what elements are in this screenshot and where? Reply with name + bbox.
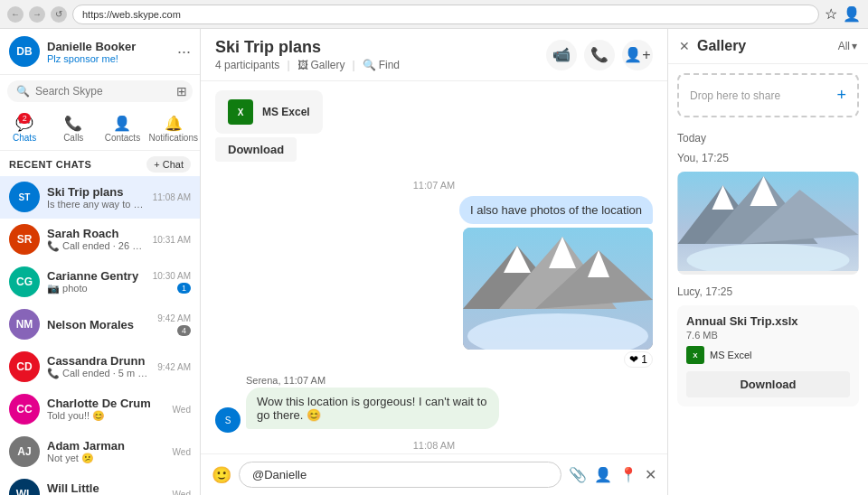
tab-contacts[interactable]: 👤 Contacts — [98, 111, 146, 146]
chat-item-charlotte[interactable]: CC Charlotte De Crum Told you!! 😊 Wed — [0, 388, 200, 431]
refresh-button[interactable]: ↺ — [51, 6, 67, 23]
new-chat-button[interactable]: + Chat — [146, 156, 191, 173]
chat-header-actions: 📹 📞 👤+ — [546, 40, 653, 70]
gallery-file-card: Annual Ski Trip.xslx 7.6 MB X MS Excel D… — [677, 305, 859, 406]
gallery-all-link[interactable]: All ▾ — [838, 40, 857, 52]
unread-badge: 1 — [177, 283, 191, 294]
tab-calls-label: Calls — [63, 133, 83, 143]
tab-chats[interactable]: 💬 Chats 2 — [0, 111, 49, 146]
chat-item-sarah[interactable]: SR Sarah Roach 📞 Call ended · 26 m 23 s … — [0, 219, 200, 261]
chat-avatar: AJ — [9, 436, 40, 467]
chat-time: Wed — [173, 447, 191, 457]
sidebar: DB Danielle Booker Plz sponsor me! ··· 🔍… — [0, 29, 201, 495]
add-participant-button[interactable]: 👤+ — [622, 40, 653, 70]
chat-info: Sarah Roach 📞 Call ended · 26 m 23 s — [47, 227, 146, 252]
tab-chats-label: Chats — [13, 133, 36, 143]
user-name: Danielle Booker — [47, 40, 170, 53]
chat-meta: Wed — [173, 490, 191, 496]
chat-item-ski-trip[interactable]: ST Ski Trip plans Is there any way to pi… — [0, 176, 200, 219]
chat-item-nelson[interactable]: NM Nelson Morales 9:42 AM 4 — [0, 304, 200, 346]
file-card: X MS Excel — [215, 90, 323, 134]
chat-main: Ski Trip plans 4 participants | 🖼 Galler… — [201, 29, 667, 495]
browser-bar: ← → ↺ https://web.skype.com ☆ 👤 — [0, 0, 868, 29]
chat-time: 10:30 AM — [153, 271, 191, 281]
search-input[interactable] — [35, 85, 171, 98]
time-stamp-1108: 11:08 AM — [215, 440, 653, 451]
chat-time: 9:42 AM — [157, 362, 191, 372]
chats-badge: 2 — [18, 113, 31, 124]
contact-card-button[interactable]: 👤 — [594, 466, 612, 483]
reaction-heart: ❤ 1 — [624, 351, 653, 368]
drop-placeholder: Drop here to share — [690, 89, 780, 102]
chat-item-will[interactable]: WL Will Little 📞 Call ended · 10 m 32 s … — [0, 473, 200, 495]
tab-calls[interactable]: 📞 Calls — [49, 111, 98, 146]
gallery-file-type-label: MS Excel — [710, 350, 751, 360]
chat-name: Will Little — [47, 481, 165, 495]
audio-call-button[interactable]: 📞 — [584, 40, 615, 70]
gallery-link-label: Gallery — [311, 59, 345, 71]
attach-file-button[interactable]: 📎 — [569, 466, 587, 483]
serena-avatar: S — [215, 407, 241, 433]
gallery-photo — [677, 172, 859, 275]
gallery-file-sender: Lucy, 17:25 — [668, 280, 868, 300]
grid-icon[interactable]: ⊞ — [176, 84, 187, 98]
new-chat-label: + Chat — [154, 159, 184, 170]
location-button[interactable]: 📍 — [619, 466, 637, 483]
recent-chats-label: RECENT CHATS — [9, 159, 91, 170]
chat-avatar: NM — [9, 309, 40, 340]
url-text: https://web.skype.com — [82, 9, 181, 20]
chat-info: Adam Jarman Not yet 😕 — [47, 439, 165, 464]
browser-icons: ☆ 👤 — [825, 5, 861, 23]
chat-preview: Told you!! 😊 — [47, 410, 165, 422]
calls-icon: 📞 — [64, 115, 82, 132]
contacts-icon: 👤 — [113, 115, 131, 132]
chat-meta: Wed — [173, 405, 191, 415]
chat-item-cassandra[interactable]: CD Cassandra Drunn 📞 Call ended · 5 m 47… — [0, 346, 200, 388]
received-bubble: Wow this location is gorgeous! I can't w… — [246, 388, 499, 429]
forward-button[interactable]: → — [29, 6, 45, 23]
chat-time: Wed — [173, 405, 191, 415]
tab-notifications[interactable]: 🔔 Notifications — [147, 111, 200, 146]
sidebar-more-button[interactable]: ··· — [177, 42, 191, 61]
gallery-header: ✕ Gallery All ▾ — [668, 29, 868, 64]
chat-input-area: 🙂 📎 👤 📍 ✕ — [201, 453, 667, 495]
emoji-button[interactable]: 🙂 — [212, 465, 231, 485]
gallery-download-button[interactable]: Download — [686, 371, 850, 397]
add-icon[interactable]: + — [836, 86, 846, 105]
file-name: MS Excel — [262, 106, 310, 118]
nav-tabs: 💬 Chats 2 📞 Calls 👤 Contacts 🔔 Notificat… — [0, 107, 200, 151]
url-bar[interactable]: https://web.skype.com — [72, 5, 819, 24]
chat-info: Carianne Gentry 📷 photo — [47, 269, 146, 294]
download-button-file[interactable]: Download — [215, 137, 297, 162]
chat-header: Ski Trip plans 4 participants | 🖼 Galler… — [201, 29, 667, 81]
chevron-down-icon: ▾ — [852, 40, 857, 52]
chat-item-adam[interactable]: AJ Adam Jarman Not yet 😕 Wed — [0, 431, 200, 473]
chat-item-carianne[interactable]: CG Carianne Gentry 📷 photo 10:30 AM 1 — [0, 261, 200, 304]
find-link[interactable]: 🔍 Find — [363, 59, 400, 71]
gallery-link[interactable]: 🖼 Gallery — [297, 59, 345, 71]
msg-sender: Serena, 11:07 AM — [246, 375, 499, 386]
chat-name: Cassandra Drunn — [47, 354, 150, 368]
star-icon: ☆ — [825, 5, 837, 23]
chat-messages: X MS Excel Download 11:07 AM I also have… — [201, 81, 667, 453]
chat-info: Ski Trip plans Is there any way to pin t… — [47, 185, 146, 210]
user-avatar: DB — [9, 36, 40, 67]
tab-contacts-label: Contacts — [105, 133, 140, 143]
chat-info: Cassandra Drunn 📞 Call ended · 5 m 47 s — [47, 354, 150, 379]
participants-label: 4 participants — [215, 59, 279, 71]
video-call-button[interactable]: 📹 — [546, 40, 577, 70]
user-icon: 👤 — [843, 5, 861, 23]
back-button[interactable]: ← — [7, 6, 24, 23]
gallery-today-label: Today — [668, 126, 868, 146]
gallery-photo-sender: You, 17:25 — [668, 146, 868, 166]
gallery-close-button[interactable]: ✕ — [679, 39, 690, 53]
chat-avatar: CG — [9, 266, 40, 297]
chat-avatar: CD — [9, 351, 40, 382]
chat-meta: 11:08 AM — [153, 192, 191, 202]
search-icon: 🔍 — [16, 85, 30, 98]
drop-zone[interactable]: Drop here to share + — [677, 73, 859, 117]
chat-name: Adam Jarman — [47, 439, 165, 453]
chat-input[interactable] — [239, 462, 561, 488]
find-link-label: Find — [379, 59, 400, 71]
close-input-button[interactable]: ✕ — [645, 466, 656, 483]
